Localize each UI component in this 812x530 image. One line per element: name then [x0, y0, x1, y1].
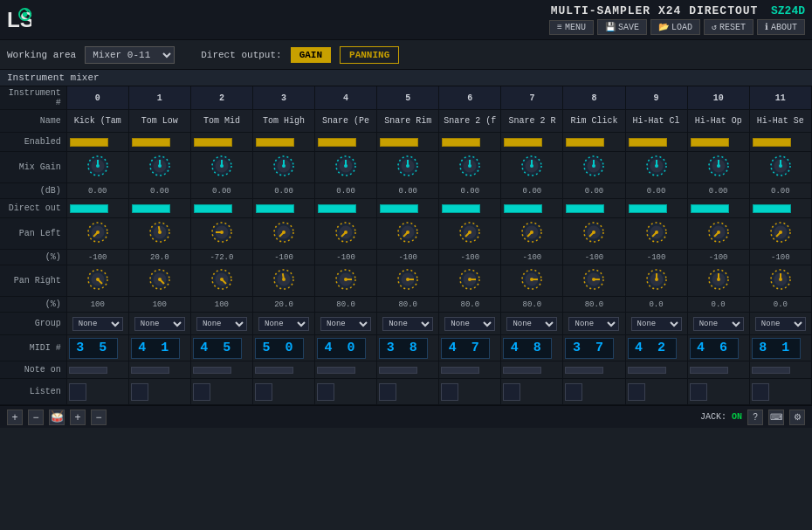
group-select[interactable]: None [693, 317, 744, 331]
mixer-select[interactable]: Mixer 0-11 Mixer 12-23 [85, 46, 175, 64]
knob-svg[interactable] [644, 267, 669, 292]
save-button[interactable]: 💾 SAVE [597, 19, 647, 35]
knob-svg[interactable] [86, 154, 110, 178]
enabled-bar[interactable] [566, 138, 604, 147]
direct-out-bar[interactable] [70, 204, 108, 213]
group-select[interactable]: None [72, 317, 123, 331]
listen-checkbox[interactable] [193, 383, 210, 401]
knob-svg[interactable] [86, 267, 110, 292]
enabled-bar[interactable] [256, 138, 294, 147]
direct-out-bar[interactable] [566, 204, 604, 213]
knob-svg[interactable] [272, 267, 296, 292]
about-button[interactable]: ℹ ABOUT [757, 19, 805, 35]
knob-svg[interactable] [458, 267, 482, 292]
pan-left-cell[interactable] [377, 218, 439, 250]
keyboard-button[interactable]: ⌨ [768, 410, 784, 425]
listen-checkbox[interactable] [255, 383, 272, 401]
pan-right-cell[interactable] [687, 265, 749, 297]
pan-left-cell[interactable] [315, 218, 377, 250]
knob-svg[interactable] [272, 220, 296, 244]
pan-right-cell[interactable] [66, 265, 128, 297]
mix-gain-cell[interactable] [563, 152, 625, 183]
knob-svg[interactable] [644, 220, 669, 244]
direct-out-bar[interactable] [442, 204, 480, 213]
knob-svg[interactable] [706, 220, 731, 244]
listen-checkbox[interactable] [690, 383, 707, 401]
group-select[interactable]: None [755, 317, 806, 331]
mix-gain-cell[interactable] [66, 152, 128, 183]
listen-checkbox[interactable] [69, 383, 86, 401]
group-select[interactable]: None [568, 317, 619, 331]
mix-gain-cell[interactable] [749, 152, 811, 183]
pan-right-cell[interactable] [315, 265, 377, 297]
listen-checkbox[interactable] [131, 383, 148, 401]
mix-gain-cell[interactable] [190, 152, 252, 183]
listen-checkbox[interactable] [317, 383, 334, 401]
knob-svg[interactable] [210, 154, 234, 178]
direct-out-bar[interactable] [256, 204, 294, 213]
direct-out-bar[interactable] [132, 204, 170, 213]
direct-out-bar[interactable] [380, 204, 418, 213]
direct-out-bar[interactable] [318, 204, 356, 213]
mix-gain-cell[interactable] [128, 152, 190, 183]
knob-svg[interactable] [520, 267, 544, 292]
knob-svg[interactable] [768, 267, 793, 292]
pan-left-cell[interactable] [66, 218, 128, 250]
enabled-bar[interactable] [442, 138, 480, 147]
direct-out-bar[interactable] [504, 204, 542, 213]
knob-svg[interactable] [706, 154, 731, 178]
listen-checkbox[interactable] [441, 383, 458, 401]
add-instrument-button[interactable]: + [7, 410, 23, 425]
settings-button[interactable]: ⚙ [789, 410, 805, 425]
mix-gain-cell[interactable] [501, 152, 563, 183]
knob-svg[interactable] [334, 154, 358, 178]
reset-button[interactable]: ↺ RESET [704, 19, 754, 35]
pan-right-cell[interactable] [377, 265, 439, 297]
mix-gain-cell[interactable] [252, 152, 314, 183]
direct-out-bar[interactable] [194, 204, 232, 213]
knob-svg[interactable] [148, 267, 172, 292]
knob-svg[interactable] [86, 220, 110, 244]
enabled-bar[interactable] [753, 138, 791, 147]
load-button[interactable]: 📂 LOAD [650, 19, 700, 35]
knob-svg[interactable] [334, 220, 358, 244]
knob-svg[interactable] [768, 220, 793, 244]
pan-left-cell[interactable] [501, 218, 563, 250]
enabled-bar[interactable] [691, 138, 729, 147]
knob-svg[interactable] [396, 220, 420, 244]
listen-checkbox[interactable] [565, 383, 582, 401]
knob-svg[interactable] [148, 154, 172, 178]
pan-right-cell[interactable] [625, 265, 687, 297]
knob-svg[interactable] [396, 267, 420, 292]
pan-right-cell[interactable] [190, 265, 252, 297]
group-select[interactable]: None [258, 317, 309, 331]
enabled-bar[interactable] [318, 138, 356, 147]
knob-svg[interactable] [581, 220, 606, 244]
knob-svg[interactable] [581, 267, 606, 292]
mix-gain-cell[interactable] [687, 152, 749, 183]
pan-left-cell[interactable] [625, 218, 687, 250]
knob-svg[interactable] [210, 267, 234, 292]
group-select[interactable]: None [196, 317, 247, 331]
knob-svg[interactable] [520, 154, 544, 178]
add-group-button[interactable]: + [70, 410, 86, 425]
pan-left-cell[interactable] [687, 218, 749, 250]
pan-left-cell[interactable] [252, 218, 314, 250]
listen-checkbox[interactable] [379, 383, 396, 401]
group-select[interactable]: None [320, 317, 371, 331]
group-select[interactable]: None [631, 317, 682, 331]
knob-svg[interactable] [644, 154, 669, 178]
group-select[interactable]: None [444, 317, 495, 331]
enabled-bar[interactable] [380, 138, 418, 147]
pan-left-cell[interactable] [128, 218, 190, 250]
mix-gain-cell[interactable] [439, 152, 501, 183]
enabled-bar[interactable] [70, 138, 108, 147]
pan-right-cell[interactable] [749, 265, 811, 297]
pan-right-cell[interactable] [252, 265, 314, 297]
enabled-bar[interactable] [504, 138, 542, 147]
pan-left-cell[interactable] [563, 218, 625, 250]
knob-svg[interactable] [458, 220, 482, 244]
remove-instrument-button[interactable]: − [28, 410, 44, 425]
knob-svg[interactable] [148, 220, 172, 244]
pan-right-cell[interactable] [501, 265, 563, 297]
